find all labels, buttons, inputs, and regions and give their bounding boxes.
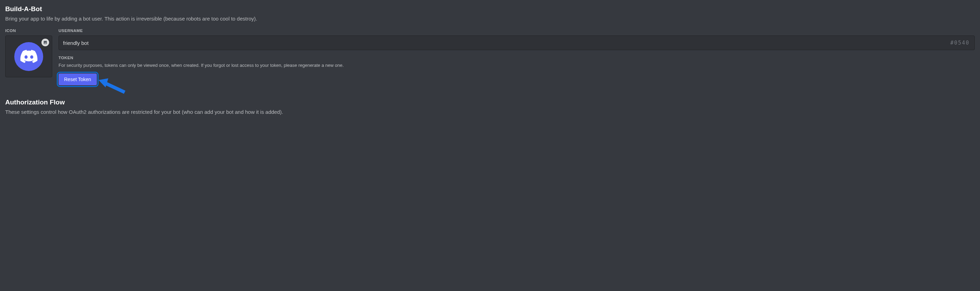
- discriminator-tag: #0540: [945, 40, 974, 46]
- svg-marker-0: [99, 78, 108, 87]
- token-label: TOKEN: [59, 56, 975, 60]
- main-column: USERNAME #0540 TOKEN For security purpos…: [59, 29, 975, 85]
- arrow-annotation-icon: [99, 78, 126, 96]
- bot-form-row: ICON USERNAME #0540: [5, 29, 975, 85]
- authorization-flow-section: Authorization Flow These settings contro…: [5, 99, 975, 115]
- username-field-container: #0540: [59, 35, 975, 50]
- build-a-bot-title: Build-A-Bot: [5, 5, 975, 13]
- authorization-flow-description: These settings control how OAuth2 author…: [5, 109, 975, 115]
- upload-image-icon: [41, 39, 49, 46]
- icon-column: ICON: [5, 29, 52, 85]
- icon-label: ICON: [5, 29, 52, 33]
- token-description: For security purposes, tokens can only b…: [59, 63, 975, 68]
- bot-icon-upload[interactable]: [5, 35, 52, 77]
- username-label: USERNAME: [59, 29, 975, 33]
- authorization-flow-title: Authorization Flow: [5, 99, 975, 106]
- username-input[interactable]: [59, 36, 945, 50]
- discord-avatar-icon: [14, 42, 43, 71]
- reset-token-button[interactable]: Reset Token: [59, 73, 97, 85]
- token-section: TOKEN For security purposes, tokens can …: [59, 56, 975, 85]
- build-a-bot-section: Build-A-Bot Bring your app to life by ad…: [5, 5, 975, 85]
- build-a-bot-description: Bring your app to life by adding a bot u…: [5, 16, 975, 22]
